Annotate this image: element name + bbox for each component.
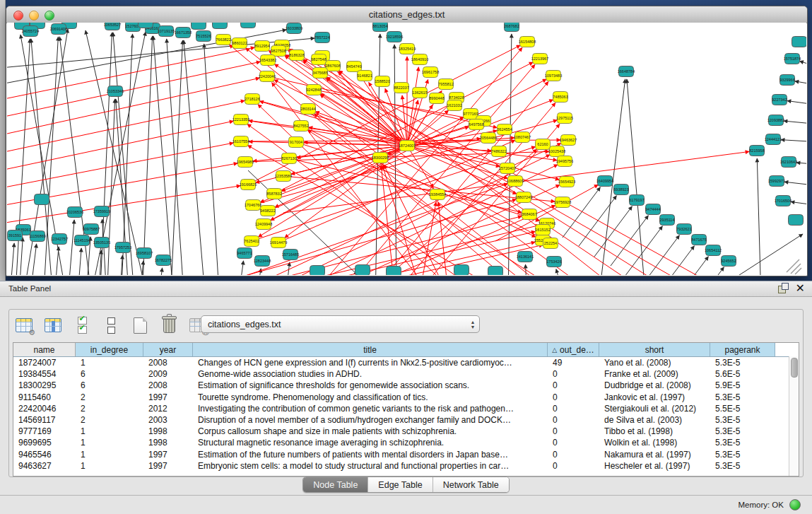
graph-node[interactable]: 252254 xyxy=(543,238,558,249)
graph-node[interactable]: 8822037 xyxy=(394,83,408,93)
graph-node[interactable]: 16107554 xyxy=(233,136,249,147)
graph-node[interactable]: 8990448 xyxy=(429,93,444,104)
table-row[interactable]: 977716911998Corpus callosum shape and si… xyxy=(13,426,799,437)
graph-node[interactable]: 16961758 xyxy=(422,67,439,78)
graph-node[interactable]: 7515526 xyxy=(196,31,211,42)
graph-node[interactable]: 12213359 xyxy=(233,115,249,125)
graph-node[interactable]: 8587832 xyxy=(266,189,281,199)
graph-node[interactable]: 12975115 xyxy=(556,113,573,124)
close-panel-icon[interactable]: ✕ xyxy=(796,283,805,293)
graph-node[interactable]: 20691406 xyxy=(50,24,67,35)
graph-node[interactable]: 10025438 xyxy=(548,146,565,157)
new-table-button[interactable] xyxy=(131,316,149,334)
graph-node[interactable]: 19654985 xyxy=(237,157,254,168)
graph-node[interactable]: 7663822 xyxy=(216,35,230,45)
citation-network-graph[interactable]: 2405572420691406106535271527602846616010… xyxy=(7,23,806,275)
graph-node[interactable]: 10653527 xyxy=(104,23,121,30)
graph-node[interactable] xyxy=(454,265,469,276)
column-header-out_degree[interactable]: △out_de… xyxy=(548,343,599,356)
graph-node[interactable]: 8186328 xyxy=(289,50,304,61)
vertical-scrollbar[interactable] xyxy=(789,356,799,476)
graph-node[interactable]: 12213967 xyxy=(531,54,548,64)
scrollbar-thumb[interactable] xyxy=(791,358,798,378)
graph-node[interactable]: 17957253 xyxy=(114,243,131,253)
graph-node[interactable]: 12353584 xyxy=(275,171,292,182)
graph-node[interactable] xyxy=(310,266,325,276)
graph-node[interactable] xyxy=(387,267,401,276)
graph-node[interactable]: 8215958 xyxy=(749,146,764,156)
graph-node[interactable]: 18300295 xyxy=(372,153,389,163)
graph-node[interactable]: 16914479 xyxy=(270,238,287,248)
graph-node[interactable]: 16154808 xyxy=(519,37,536,47)
graph-node[interactable]: 6938923 xyxy=(613,185,628,195)
table-settings-button[interactable]: ⚙ xyxy=(15,316,33,334)
row-height-button[interactable] xyxy=(102,316,120,334)
graph-node[interactable]: 15992971 xyxy=(768,176,785,187)
graph-node[interactable]: 9465771 xyxy=(237,248,252,259)
graph-node[interactable]: 1621032 xyxy=(447,100,461,111)
column-header-title[interactable]: title xyxy=(193,343,548,356)
graph-node[interactable]: 16033809 xyxy=(286,23,302,34)
tab-network-table[interactable]: Network Table xyxy=(433,477,509,492)
graph-node[interactable]: 10688609 xyxy=(507,176,524,187)
table-row[interactable]: 1938455462009Genome-wide association stu… xyxy=(13,368,799,380)
graph-node[interactable]: 7932621 xyxy=(676,224,691,235)
graph-node[interactable]: 12342757 xyxy=(51,234,68,245)
graph-node[interactable]: 14136141 xyxy=(517,252,534,262)
show-column-button[interactable] xyxy=(44,316,62,334)
graph-node[interactable] xyxy=(139,23,153,28)
graph-node[interactable]: 16958107 xyxy=(136,248,153,259)
graph-node[interactable]: 11156869 xyxy=(29,231,46,242)
table-select-dropdown[interactable]: citations_edges.txt ▲▼ xyxy=(201,315,480,333)
graph-node[interactable]: 9474444 xyxy=(645,204,660,215)
graph-node[interactable]: 24055724 xyxy=(22,26,39,37)
graph-node[interactable]: 3684067 xyxy=(522,209,536,220)
table-row[interactable]: 1872400712008Changes of HCN gene express… xyxy=(13,357,799,368)
graph-node[interactable]: 9245652 xyxy=(721,256,736,267)
graph-node[interactable] xyxy=(488,267,503,276)
graph-node[interactable]: 391591 xyxy=(8,230,23,241)
resize-grip[interactable] xyxy=(787,259,801,274)
graph-node[interactable]: 16648784 xyxy=(618,66,635,77)
column-header-name[interactable]: name xyxy=(13,343,76,356)
column-header-in_degree[interactable]: in_degree xyxy=(76,343,143,356)
graph-node[interactable]: 19463627 xyxy=(560,135,577,146)
graph-node[interactable]: 16543382 xyxy=(259,55,276,66)
graph-node[interactable]: 2687682 xyxy=(504,23,519,32)
graph-node[interactable]: 7485063 xyxy=(553,92,567,103)
graph-node[interactable] xyxy=(792,37,807,47)
graph-node[interactable]: 8427552 xyxy=(293,121,308,132)
graph-node[interactable]: 17016504 xyxy=(775,196,792,206)
graph-node[interactable]: 18325419 xyxy=(399,44,416,54)
table-row[interactable]: 1830029562008Estimation of significance … xyxy=(13,380,799,391)
graph-node[interactable]: 6179197 xyxy=(629,195,644,206)
graph-node[interactable]: 9827548 xyxy=(311,54,326,65)
graph-node[interactable]: 9329966 xyxy=(779,75,794,86)
graph-node[interactable]: 2803144 xyxy=(300,104,315,115)
graph-node[interactable]: 19218596 xyxy=(386,32,403,42)
graph-node[interactable]: 13505135 xyxy=(93,238,110,248)
graph-node[interactable] xyxy=(192,23,206,30)
graph-node[interactable]: 19495756 xyxy=(556,156,573,167)
graph-node[interactable]: 12823448 xyxy=(254,256,271,267)
graph-node[interactable]: 8813054 xyxy=(372,23,387,32)
graph-node[interactable]: 9242848 xyxy=(306,85,321,95)
graph-node[interactable]: 3475685 xyxy=(312,68,327,78)
graph-node[interactable]: 2718126 xyxy=(245,94,259,105)
graph-node[interactable]: 90975887 xyxy=(83,224,100,235)
graph-node[interactable]: 1362615 xyxy=(412,88,427,98)
graph-node[interactable]: 16671358 xyxy=(175,28,192,38)
graph-node[interactable]: 19756928 xyxy=(554,197,571,208)
graph-node[interactable] xyxy=(213,23,228,29)
select-columns-button[interactable] xyxy=(73,316,91,334)
graph-node[interactable]: 8912954 xyxy=(254,41,269,52)
table-row[interactable]: 969969511998Structural magnetic resonanc… xyxy=(13,437,799,448)
graph-node[interactable]: 15654923 xyxy=(558,177,575,187)
graph-node[interactable]: 17359919 xyxy=(93,206,110,217)
graph-node[interactable]: 62160 xyxy=(536,139,551,150)
graph-node[interactable]: 9227342 xyxy=(772,95,787,105)
graph-node[interactable]: 19384554 xyxy=(429,189,446,200)
graph-node[interactable]: 20206536 xyxy=(66,207,83,218)
graph-node[interactable]: 8471675 xyxy=(691,235,706,245)
graph-node[interactable]: 16409954 xyxy=(596,176,613,187)
